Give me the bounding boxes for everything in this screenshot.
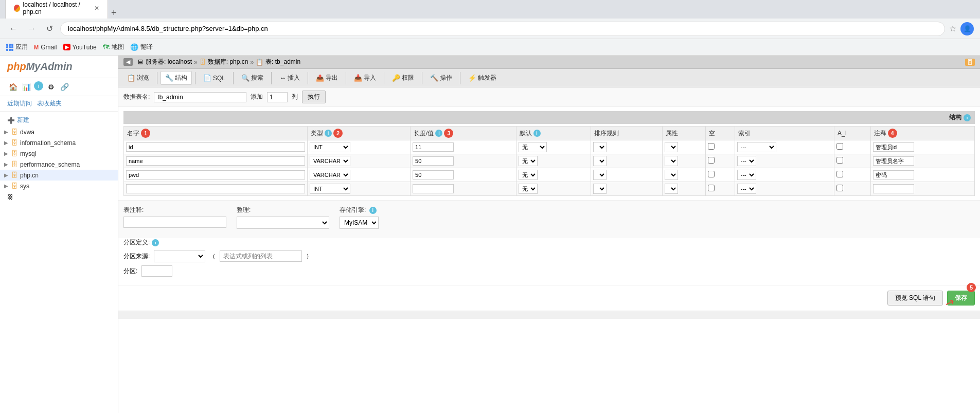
new-db-button[interactable]: ➕ 新建 [0, 114, 118, 127]
col-null-header: 空 [705, 127, 735, 140]
bookmark-maps[interactable]: 🗺 地图 [103, 43, 124, 51]
db-item-information-schema[interactable]: ▶ 🗄 information_schema [0, 137, 118, 148]
collapse-sidebar-button[interactable]: ◀ [123, 58, 133, 66]
field-default-select[interactable]: 无 NULL [519, 142, 547, 152]
reload-button[interactable]: ↺ [43, 23, 56, 34]
field-null-checkbox[interactable] [708, 185, 715, 191]
add-columns-input[interactable] [267, 92, 288, 102]
field-collation-select[interactable] [593, 142, 607, 152]
db-item-dvwa[interactable]: ▶ 🗄 dvwa [0, 127, 118, 137]
table-comment-input[interactable] [123, 217, 226, 228]
toolbar-browse-button[interactable]: 📋 浏览 [122, 71, 154, 85]
field-index-select[interactable]: --- PRIMARY [737, 142, 776, 152]
field-name-input[interactable] [126, 156, 305, 166]
default-info-icon[interactable]: i [533, 130, 541, 137]
db-item-php-cn[interactable]: ▶ 🗄 php.cn [0, 170, 118, 181]
field-attributes-select[interactable] [665, 156, 678, 166]
profile-button[interactable]: 👤 [960, 22, 974, 35]
partition-count-input[interactable] [141, 265, 172, 277]
execute-button[interactable]: 执行 [302, 91, 326, 103]
field-attributes-select[interactable] [665, 184, 678, 194]
field-length-input[interactable] [413, 170, 454, 179]
preview-sql-button[interactable]: 预览 SQL 语句 [887, 291, 943, 306]
type-info-icon[interactable]: i [325, 130, 332, 137]
partition-source-select[interactable] [154, 250, 205, 262]
breadcrumb-sep2: » [250, 59, 254, 66]
field-type-select[interactable]: INT VARCHAR [310, 142, 350, 152]
field-length-input[interactable] [413, 184, 454, 193]
tab-close-btn[interactable]: ✕ [94, 5, 99, 12]
length-info-icon[interactable]: i [435, 130, 442, 137]
toolbar-search-button[interactable]: 🔍 搜索 [237, 71, 268, 85]
field-ai-checkbox[interactable] [836, 143, 843, 150]
field-name-input[interactable] [126, 170, 305, 179]
toolbar-insert-button[interactable]: ↔ 插入 [275, 71, 305, 85]
toolbar-sql-button[interactable]: 📄 SQL [199, 71, 230, 84]
forward-button[interactable]: → [25, 23, 39, 34]
db-item-performance-schema[interactable]: ▶ 🗄 performance_schema [0, 159, 118, 170]
field-name-input[interactable] [126, 142, 305, 152]
collation-select[interactable] [237, 217, 329, 229]
bookmark-gmail[interactable]: M Gmail [34, 44, 57, 51]
toolbar-privileges-button[interactable]: 🔑 权限 [387, 71, 419, 85]
bookmarks-link[interactable]: 表收藏夹 [37, 99, 62, 108]
browser-tab[interactable]: localhost / localhost / php.cn ✕ [5, 0, 108, 19]
field-default-select[interactable]: 无 [519, 156, 538, 166]
field-null-checkbox[interactable] [708, 171, 715, 177]
field-name-input[interactable] [126, 184, 305, 193]
field-type-select[interactable]: VARCHAR INT [310, 170, 350, 180]
field-type-select[interactable]: INT VARCHAR [310, 184, 350, 194]
home-icon[interactable]: 🏠 [7, 81, 19, 93]
field-ai-checkbox[interactable] [836, 171, 843, 177]
field-collation-select[interactable] [593, 156, 607, 166]
field-null-checkbox[interactable] [708, 143, 715, 150]
sidebar-icons-row: 🏠 📊 i ⚙ 🔗 [0, 78, 118, 96]
new-tab-button[interactable]: + [108, 8, 120, 19]
gear-icon[interactable]: ⚙ [45, 81, 57, 93]
field-comment-input[interactable] [873, 170, 914, 179]
recent-visits-link[interactable]: 近期访问 [7, 99, 32, 108]
field-index-select[interactable]: --- [737, 184, 756, 194]
field-length-input[interactable] [413, 142, 454, 152]
storage-info-icon[interactable]: i [369, 207, 377, 214]
toolbar-structure-button[interactable]: 🔧 结构 [161, 71, 192, 85]
toolbar-export-button[interactable]: 📤 导出 [311, 71, 343, 85]
bookmark-translate[interactable]: 🌐 翻译 [130, 43, 153, 51]
field-ai-checkbox[interactable] [836, 157, 843, 164]
structure-label: 结构 [949, 113, 961, 122]
field-null-checkbox[interactable] [708, 157, 715, 164]
storage-engine-select[interactable]: MyISAM InnoDB [340, 217, 379, 229]
field-type-select[interactable]: VARCHAR INT [310, 156, 350, 166]
bookmark-button[interactable]: ☆ [949, 24, 956, 33]
address-input[interactable] [60, 22, 945, 36]
field-index-select[interactable]: --- [737, 156, 756, 166]
field-default-select[interactable]: 无 [519, 170, 538, 180]
chain-link[interactable]: ⛓ [0, 191, 118, 203]
db-item-sys[interactable]: ▶ 🗄 sys [0, 181, 118, 191]
field-default-select[interactable]: 无 [519, 184, 538, 194]
toolbar-operations-button[interactable]: 🔨 操作 [425, 71, 457, 85]
field-attributes-select[interactable] [665, 170, 678, 180]
field-attributes-select[interactable] [665, 142, 678, 152]
chart-icon[interactable]: 📊 [21, 81, 32, 93]
field-index-select[interactable]: --- [737, 170, 756, 180]
partition-expr-input[interactable] [220, 250, 302, 262]
db-item-mysql[interactable]: ▶ 🗄 mysql [0, 148, 118, 159]
table-name-input[interactable] [154, 92, 246, 102]
field-comment-input[interactable] [873, 184, 914, 193]
field-comment-input[interactable] [873, 142, 914, 152]
field-collation-select[interactable] [593, 184, 607, 194]
plugin-icon[interactable]: 🔗 [59, 81, 70, 93]
field-length-input[interactable] [413, 156, 454, 166]
toolbar-triggers-button[interactable]: ⚡ 触发器 [464, 71, 501, 85]
bookmark-apps[interactable]: 应用 [6, 43, 28, 51]
toolbar-import-button[interactable]: 📥 导入 [349, 71, 381, 85]
field-collation-select[interactable] [593, 170, 607, 180]
structure-info-icon[interactable]: i [964, 114, 971, 121]
field-ai-checkbox[interactable] [836, 185, 843, 191]
field-comment-input[interactable] [873, 156, 914, 166]
bookmark-youtube[interactable]: ▶ YouTube [63, 44, 97, 51]
info-circle-icon[interactable]: i [34, 81, 43, 91]
back-button[interactable]: ← [6, 23, 21, 34]
partition-info-icon[interactable]: i [152, 239, 159, 246]
